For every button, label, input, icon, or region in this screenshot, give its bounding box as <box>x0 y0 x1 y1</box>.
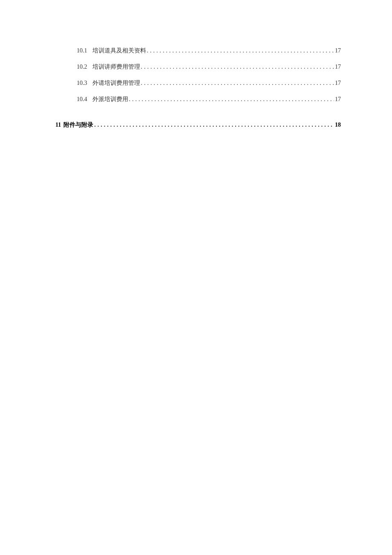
toc-page: 17 <box>335 47 341 54</box>
toc-page: 18 <box>335 122 341 128</box>
toc-number: 10.1 <box>77 47 87 54</box>
toc-number: 10.2 <box>77 64 87 70</box>
toc-sub-item: 10.1 培训道具及相关资料 17 <box>77 47 341 55</box>
toc-dots <box>94 122 334 128</box>
toc-main-item: 11 附件与附录 18 <box>55 121 341 129</box>
toc-number: 11 <box>55 122 61 128</box>
toc-dots <box>147 47 334 54</box>
toc-page: 17 <box>335 64 341 70</box>
toc-sub-item: 10.3 外请培训费用管理 17 <box>77 79 341 87</box>
toc-page: 17 <box>335 80 341 87</box>
toc-sub-item: 10.2 培训讲师费用管理 17 <box>77 63 341 71</box>
toc-number: 10.3 <box>77 80 87 87</box>
toc-title: 外请培训费用管理 <box>92 79 140 87</box>
toc-dots <box>141 80 334 87</box>
toc-title: 外派培训费用 <box>92 96 128 103</box>
toc-container: 10.1 培训道具及相关资料 17 10.2 培训讲师费用管理 17 10.3 … <box>55 47 341 129</box>
toc-title: 附件与附录 <box>63 121 93 129</box>
toc-title: 培训讲师费用管理 <box>92 63 140 71</box>
toc-dots <box>141 64 334 70</box>
toc-number: 10.4 <box>77 96 87 103</box>
toc-title: 培训道具及相关资料 <box>92 47 146 55</box>
toc-page: 17 <box>335 96 341 103</box>
toc-dots <box>129 96 334 103</box>
toc-sub-item: 10.4 外派培训费用 17 <box>77 96 341 103</box>
